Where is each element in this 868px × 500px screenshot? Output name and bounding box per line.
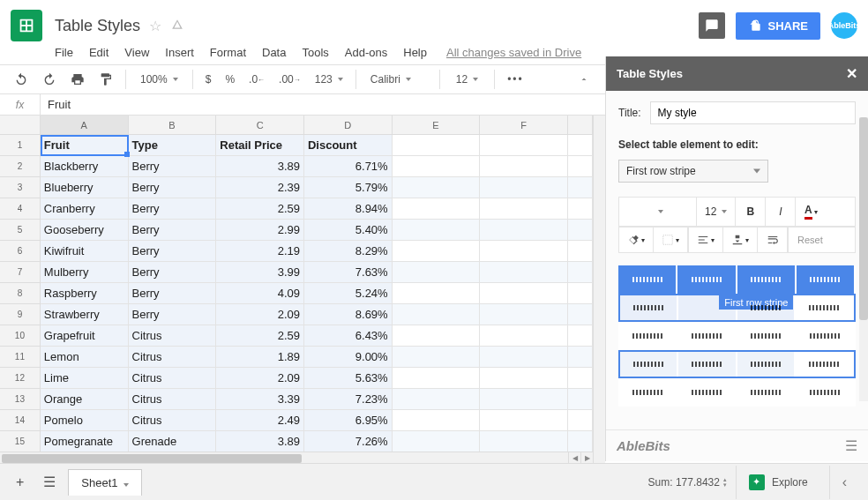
- col-header-extra[interactable]: [568, 116, 593, 135]
- row-header[interactable]: 2: [0, 156, 41, 177]
- cell[interactable]: 2.09: [216, 368, 304, 389]
- cell[interactable]: 2.49: [216, 410, 304, 431]
- reset-btn[interactable]: Reset: [789, 228, 832, 252]
- cell[interactable]: [480, 347, 568, 368]
- fx-icon[interactable]: fx: [0, 94, 41, 115]
- format-percent[interactable]: %: [220, 70, 240, 89]
- account-avatar[interactable]: AbleBits: [831, 12, 857, 39]
- menu-view[interactable]: View: [124, 46, 149, 59]
- cell[interactable]: [393, 135, 481, 156]
- cell[interactable]: 9.00%: [304, 347, 393, 368]
- cell[interactable]: Berry: [129, 241, 217, 262]
- element-select[interactable]: First row stripe: [618, 160, 768, 183]
- cell[interactable]: [393, 262, 481, 283]
- close-icon[interactable]: ✕: [846, 65, 857, 82]
- sheets-logo-icon[interactable]: [11, 10, 42, 41]
- menu-file[interactable]: File: [55, 46, 73, 59]
- share-button[interactable]: SHARE: [736, 12, 820, 40]
- cell[interactable]: Discount: [304, 135, 393, 156]
- cell[interactable]: 3.89: [216, 156, 304, 177]
- cell[interactable]: [480, 431, 568, 452]
- cell[interactable]: Kiwifruit: [41, 241, 129, 262]
- menu-data[interactable]: Data: [262, 46, 286, 59]
- cell[interactable]: [480, 241, 568, 262]
- cell[interactable]: [393, 410, 481, 431]
- preview-first-stripe[interactable]: First row stripe: [618, 294, 856, 322]
- cell[interactable]: [568, 410, 593, 431]
- row-header[interactable]: 13: [0, 389, 41, 410]
- cell[interactable]: [480, 135, 568, 156]
- row-header[interactable]: 9: [0, 304, 41, 325]
- cell[interactable]: 7.63%: [304, 262, 393, 283]
- fill-color-btn[interactable]: ▾: [619, 228, 654, 252]
- cell[interactable]: [568, 177, 593, 198]
- cell[interactable]: Blueberry: [41, 177, 129, 198]
- menu-edit[interactable]: Edit: [89, 46, 108, 59]
- star-icon[interactable]: ☆: [149, 18, 161, 34]
- cell[interactable]: [393, 347, 481, 368]
- menu-addons[interactable]: Add-ons: [345, 46, 387, 59]
- cell[interactable]: [480, 304, 568, 325]
- cell[interactable]: 2.59: [216, 198, 304, 220]
- menu-help[interactable]: Help: [403, 46, 427, 59]
- more-formats[interactable]: 123: [310, 70, 348, 89]
- font-family-select[interactable]: Calibri: [363, 70, 432, 89]
- row-header[interactable]: 12: [0, 368, 41, 389]
- table-row[interactable]: 14PomeloCitrus2.496.95%: [0, 410, 593, 431]
- cell[interactable]: Orange: [41, 389, 129, 410]
- undo-icon[interactable]: [9, 69, 34, 90]
- col-header-b[interactable]: B: [129, 116, 217, 135]
- cell[interactable]: Berry: [129, 198, 217, 220]
- cell[interactable]: [568, 325, 593, 347]
- col-header-e[interactable]: E: [393, 116, 481, 135]
- formula-input[interactable]: Fruit: [41, 98, 78, 111]
- cell[interactable]: 7.26%: [304, 431, 393, 452]
- cell[interactable]: Fruit: [41, 135, 129, 156]
- sidebar-scrollbar[interactable]: [859, 117, 868, 401]
- select-all-corner[interactable]: [0, 116, 41, 135]
- preview-row-5[interactable]: [618, 378, 856, 407]
- table-row[interactable]: 15PomegranateGrenade3.897.26%: [0, 431, 593, 452]
- cell[interactable]: [568, 198, 593, 220]
- cell[interactable]: Berry: [129, 156, 217, 177]
- cell[interactable]: 5.79%: [304, 177, 393, 198]
- cell[interactable]: Berry: [129, 262, 217, 283]
- doc-title[interactable]: Table Styles: [55, 17, 140, 35]
- cell[interactable]: Citrus: [129, 347, 217, 368]
- cell[interactable]: Retail Price: [216, 135, 304, 156]
- cell[interactable]: 3.89: [216, 431, 304, 452]
- sheet-tab-1[interactable]: Sheet1: [68, 469, 141, 496]
- increase-decimal[interactable]: .00→: [273, 70, 306, 89]
- cell[interactable]: [393, 177, 481, 198]
- cell[interactable]: [568, 304, 593, 325]
- table-row[interactable]: 4CranberryBerry2.598.94%: [0, 198, 593, 220]
- cell[interactable]: Mulberry: [41, 262, 129, 283]
- cell[interactable]: [393, 198, 481, 220]
- spreadsheet-grid[interactable]: A B C D E F 1FruitTypeRetail PriceDiscou…: [0, 116, 593, 464]
- table-row[interactable]: 11LemonCitrus1.899.00%: [0, 347, 593, 368]
- table-row[interactable]: 5GooseberryBerry2.995.40%: [0, 220, 593, 241]
- cell[interactable]: 6.71%: [304, 156, 393, 177]
- table-row[interactable]: 1FruitTypeRetail PriceDiscount: [0, 135, 593, 156]
- move-to-drive-icon[interactable]: [170, 19, 184, 34]
- cell[interactable]: [480, 325, 568, 347]
- cell[interactable]: [568, 135, 593, 156]
- cell[interactable]: [568, 262, 593, 283]
- cell[interactable]: [480, 389, 568, 410]
- cell[interactable]: Grenade: [129, 431, 217, 452]
- toolbar-more[interactable]: •••: [502, 70, 529, 89]
- cell[interactable]: Lime: [41, 368, 129, 389]
- cell[interactable]: Gooseberry: [41, 220, 129, 241]
- table-row[interactable]: 6KiwifruitBerry2.198.29%: [0, 241, 593, 262]
- cell[interactable]: [393, 283, 481, 304]
- table-row[interactable]: 8RaspberryBerry4.095.24%: [0, 283, 593, 304]
- row-header[interactable]: 7: [0, 262, 41, 283]
- menu-format[interactable]: Format: [210, 46, 246, 59]
- cell[interactable]: Citrus: [129, 410, 217, 431]
- cell[interactable]: Pomelo: [41, 410, 129, 431]
- quicksum-display[interactable]: Sum: 177.8432 ▴▾: [648, 476, 727, 489]
- cell[interactable]: 8.69%: [304, 304, 393, 325]
- cell[interactable]: 6.43%: [304, 325, 393, 347]
- cell[interactable]: Raspberry: [41, 283, 129, 304]
- explore-button[interactable]: ✦ Explore: [736, 466, 820, 499]
